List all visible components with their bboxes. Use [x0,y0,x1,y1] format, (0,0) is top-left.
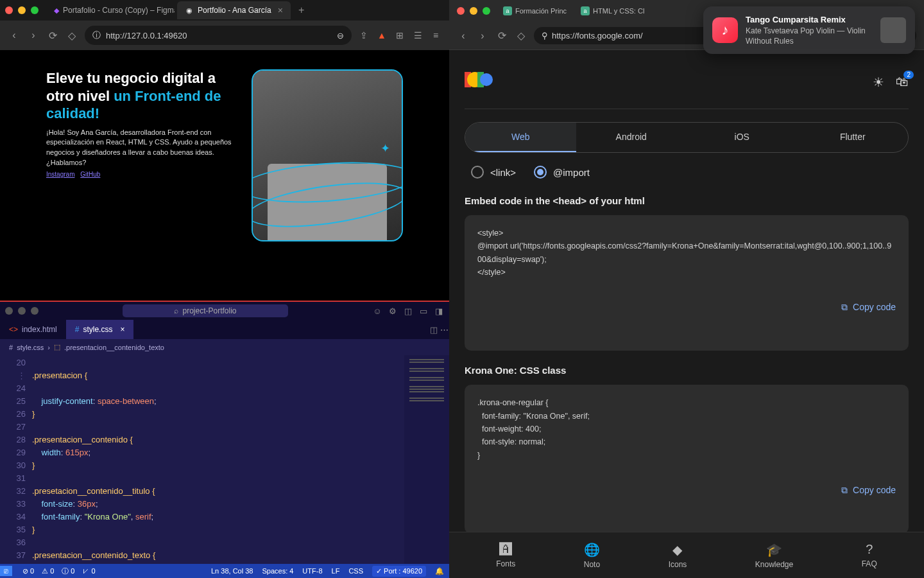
ports-count[interactable]: ⩗ 0 [82,567,95,575]
tab-flutter[interactable]: Flutter [798,123,909,152]
errors-count[interactable]: ⊘ 0 [22,567,34,575]
icons-icon: ◆ [672,542,682,557]
url-text: http://127.0.0.1:49620 [106,31,332,40]
close-window-icon[interactable] [457,7,465,15]
hero-heading: Eleve tu negocio digital a otro nivel un… [46,69,239,123]
minimize-window-icon[interactable] [18,6,26,14]
radio-import[interactable]: @import [534,166,590,179]
track-title: Tango Cumparsita Remix [746,14,873,26]
tab-ios[interactable]: iOS [687,123,798,152]
section-heading: Embed code in the <head> of your html [465,195,909,206]
share-icon[interactable]: ⇪ [358,30,370,41]
sidebar-icon[interactable]: ◨ [434,306,444,316]
live-server-port[interactable]: ✓ Port : 49620 [372,566,426,577]
split-icon[interactable]: ◫ [429,324,439,335]
info-count[interactable]: ⓘ 0 [62,566,74,576]
browser-tab-figma[interactable]: ◆ Portafolio - Curso (Copy) – Figma [46,2,175,19]
eol[interactable]: LF [332,567,340,575]
address-bar[interactable]: ⓘ http://127.0.0.1:49620 ⊖ [85,26,352,45]
breadcrumb[interactable]: # style.css › ⬚ .presentacion__contenido… [0,339,449,355]
chevron-icon: › [47,344,50,351]
page-icon: ◉ [185,6,194,15]
command-center[interactable]: ⌕ project-Portfolio [123,304,287,317]
alura-icon: a [503,6,512,15]
extensions-icon[interactable]: ⊞ [394,30,406,41]
copy-icon: ⧉ [841,301,848,315]
reload-icon[interactable]: ⟳ [46,29,59,42]
language-mode[interactable]: CSS [348,567,363,575]
close-window-icon[interactable] [5,6,13,14]
symbol-icon: ⬚ [54,343,60,351]
fonts-icon: 🅰 [499,542,512,557]
bookmark-icon[interactable]: ◇ [65,29,78,42]
tab-android[interactable]: Android [576,123,687,152]
nav-icons[interactable]: ◆Icons [669,542,687,569]
code-area[interactable]: 20⋮242526272829303132333435363738 .prese… [0,355,449,564]
forward-icon[interactable]: › [27,29,40,42]
accounts-icon[interactable]: ☺ [372,306,382,316]
layout-icon[interactable]: ◫ [403,306,413,316]
brave-icon[interactable]: ▲ [376,30,388,41]
nav-faq[interactable]: ?FAQ [862,542,877,568]
copy-code-button[interactable]: ⧉Copy code [477,484,896,498]
tune-icon[interactable]: ⚲ [542,31,548,40]
remote-icon[interactable]: ⎚ [0,566,12,576]
indent-setting[interactable]: Spaces: 4 [262,567,293,575]
radio-link[interactable]: <link> [471,166,516,179]
menu-icon[interactable]: ≡ [430,30,441,41]
embed-code-block[interactable]: <style> @import url('https://fonts.googl… [465,215,909,351]
more-icon[interactable]: ⋯ [439,324,449,335]
tab-style-css[interactable]: # style.css × [66,320,134,339]
tab-web[interactable]: Web [465,123,576,152]
copy-code-button[interactable]: ⧉Copy code [477,301,896,315]
cursor-position[interactable]: Ln 38, Col 38 [211,567,253,575]
track-artist: Kate Tsvetaeva Pop Violin — Violin Witho… [746,26,873,46]
close-tab-icon[interactable]: × [278,5,283,15]
browser-tab-portfolio[interactable]: ◉ Portfolio - Ana García × [177,1,291,19]
browser-tab[interactable]: aFormación Princ [497,3,573,19]
code-content[interactable]: .presentacion { justify-content: space-b… [32,355,404,564]
forward-icon[interactable]: › [476,30,489,42]
settings-icon[interactable]: ⚙ [388,306,398,316]
panel-icon[interactable]: ▭ [418,306,429,316]
close-tab-icon[interactable]: × [120,325,124,334]
section-heading: Krona One: CSS class [465,365,909,376]
google-fonts-logo[interactable] [465,68,493,96]
reload-icon[interactable]: ⟳ [495,30,508,42]
css-icon: # [9,344,13,351]
bottom-nav: 🅰Fonts 🌐Noto ◆Icons 🎓Knowledge ?FAQ [449,532,924,578]
nav-fonts[interactable]: 🅰Fonts [496,542,515,568]
minimap[interactable] [404,355,449,564]
svg-point-3 [480,73,493,86]
minimize-window-icon[interactable] [470,7,477,15]
hero-description: ¡Hola! Soy Ana García, desarrolladora Fr… [46,128,239,169]
zoom-icon[interactable]: ⊖ [337,31,344,40]
theme-toggle-icon[interactable]: ☀ [873,74,884,90]
browser-tab-strip: ◆ Portafolio - Curso (Copy) – Figma ◉ Po… [0,0,449,21]
bookmark-icon[interactable]: ◇ [515,30,527,42]
warnings-count[interactable]: ⚠ 0 [42,567,54,575]
shopping-bag-icon[interactable]: 🛍2 [896,74,909,89]
back-icon[interactable]: ‹ [8,29,21,42]
browser-tab[interactable]: aHTML y CSS: Cl [574,3,651,19]
tab-label: Portafolio - Curso (Copy) – Figma [63,6,175,15]
music-notification[interactable]: ♪ Tango Cumparsita Remix Kate Tsvetaeva … [703,6,915,54]
back-icon[interactable]: ‹ [457,30,470,42]
encoding[interactable]: UTF-8 [302,567,322,575]
tab-index-html[interactable]: <> index.html [0,320,66,339]
page-content: Eleve tu negocio digital a otro nivel un… [0,50,449,301]
site-info-icon[interactable]: ⓘ [92,30,101,41]
css-class-block[interactable]: .krona-one-regular { font-family: "Krona… [465,385,909,532]
maximize-window-icon[interactable] [483,7,490,15]
window-dot [5,307,13,315]
instagram-link[interactable]: Instagram [46,171,74,178]
nav-noto[interactable]: 🌐Noto [584,542,600,569]
apple-music-icon: ♪ [712,17,738,43]
profile-icon[interactable]: ☰ [412,30,424,41]
new-tab-button[interactable]: + [293,4,309,16]
nav-knowledge[interactable]: 🎓Knowledge [755,542,793,569]
maximize-window-icon[interactable] [31,6,38,14]
notifications-icon[interactable]: 🔔 [435,567,444,575]
line-numbers: 20⋮242526272829303132333435363738 [0,355,32,564]
github-link[interactable]: GitHub [80,171,100,178]
